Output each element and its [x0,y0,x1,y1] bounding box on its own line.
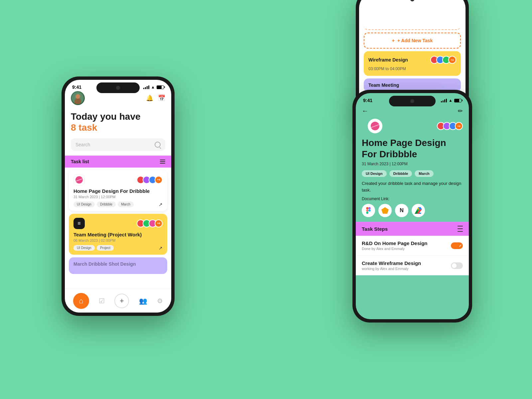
battery-icon [157,85,164,89]
nav-team[interactable]: 👥 [139,297,147,305]
figma-icon[interactable] [362,204,375,217]
task1-arrow-icon: ↗ [159,202,163,207]
steps-header: Task Steps [356,222,469,236]
app-header: 🔔 📅 [65,91,171,108]
status-icons-1: ▲ [143,85,164,89]
tag-ui-design: UI Design [73,201,95,207]
task2-title: Team Meeting (Project Work) [73,232,163,237]
bottom-nav: ⌂ ☑ + 👥 ⚙ [65,289,171,313]
add-task-label: + Add New Task [397,38,433,43]
task-card-3[interactable]: March Dribbble Shot Design [69,257,167,274]
page-title-area: Today you have 8 task [65,108,171,138]
sketch-icon[interactable] [378,204,392,217]
p3-tag-march: March [415,170,433,177]
battery-fill [157,86,162,89]
p3-doc-icons: N [356,204,469,222]
steps-hamburger-3 [458,231,463,232]
svg-marker-6 [381,207,389,214]
svg-rect-0 [366,207,368,209]
step-1-text: R&D On Home Page Design Done by Alex and… [362,240,428,251]
team-meeting-title: Team Meeting [368,82,456,88]
step-1[interactable]: R&D On Home Page Design Done by Alex and… [356,236,469,256]
notch-camera-3 [410,99,414,103]
step-2[interactable]: Create Wireframe Design working by Alex … [356,256,469,275]
task1-title: Home Page Design For Dribbble [73,188,163,194]
nav-settings[interactable]: ⚙ [157,297,163,305]
menu-icon[interactable] [160,160,165,164]
notch-camera-1 [116,86,120,90]
task-card-1[interactable]: +4 Home Page Design For Dribbble 31 Marc… [69,170,167,211]
p3-doc-label: Document Link: [356,197,469,204]
step-2-subtitle: working by Alex and Emmaly [362,267,421,271]
hamburger-line-1 [160,160,165,160]
task-wireframe-card[interactable]: Wireframe Design +4 03:00PM to 04:00PM [364,51,461,76]
task1-avatar-stack: +4 [139,176,163,184]
signal-icon-3 [441,99,447,102]
bell-icon[interactable]: 🔔 [146,94,153,102]
tag2-ui: UI Design [73,245,95,251]
phone-frame-3: 9:41 ▲ ← ✏ [352,90,472,323]
p3-description: Created your dribbble task and manage yo… [356,180,469,197]
phone-screen-1: 9:41 ▲ [65,80,171,313]
task-row-top-2: ≡ +4 [73,218,163,229]
task-title: Wireframe Design [368,57,408,63]
p3-tags: UI Design Dribbble March [356,169,469,180]
steps-menu-icon[interactable] [458,226,463,232]
status-time-3: 9:41 [363,98,372,103]
p3-av-plus: +4 [455,122,463,130]
avatar-stack: +4 [432,56,456,64]
phone-screen-3: 9:41 ▲ ← ✏ [356,93,469,319]
step-1-title: R&D On Home Page Design [362,240,428,246]
step-2-toggle[interactable] [451,262,463,269]
dribbble-circle [75,176,83,184]
hamburger-line-3 [160,163,165,164]
notion-icon-label: ≡ [77,220,80,226]
task2-tags: UI Design Project ↗ [73,245,163,251]
nav-home[interactable]: ⌂ [73,293,89,309]
calendar-icon[interactable]: 📅 [158,94,165,102]
avatar-figure [74,98,81,104]
step-1-subtitle: Done by Alex and Emmaly [362,247,428,251]
gdrive-icon[interactable] [412,204,425,217]
search-bar[interactable]: Search [71,138,165,151]
p3-tag-dribbble: Dribbble [389,170,412,177]
avatar-inner [72,92,84,104]
steps-hamburger-2 [458,228,463,229]
task2-date: 06 March 2023 | 02:00PM [73,238,163,242]
nav-tasks[interactable]: ☑ [99,297,105,305]
tag-dribbble: Dribbble [97,201,116,207]
wifi-icon: ▲ [151,85,155,89]
avatar-plus: +4 [448,56,456,64]
signal-icon [143,85,149,89]
tasks-icon: ☑ [99,297,105,305]
battery-icon-3 [454,99,462,102]
av-plus: +4 [155,176,163,184]
add-new-task-button[interactable]: + + Add New Task [364,33,461,49]
avatar[interactable] [71,91,85,105]
status-time-1: 9:41 [72,84,81,90]
wifi-icon-3: ▲ [449,98,453,103]
plus-icon: + [392,38,395,43]
edit-button[interactable]: ✏ [458,107,463,115]
phone-notch-1 [96,82,140,93]
avatar-head [75,94,80,99]
search-icon [155,142,161,148]
svg-point-4 [368,207,371,209]
task-card-2[interactable]: ≡ +4 Team Meeting (Project Work) 06 Marc… [69,214,167,255]
wireframe-time: 03:00PM to 04:00PM [368,66,456,71]
p3-avatar-stack: +4 [439,122,463,130]
nav-add-button[interactable]: + [114,294,129,308]
back-button[interactable]: ← [362,107,368,115]
task2-arrow-icon: ↗ [159,245,163,251]
steps-hamburger-1 [458,226,463,226]
settings-icon: ⚙ [157,297,163,305]
status-icons-3: ▲ [441,98,462,103]
notion-icon[interactable]: N [395,204,408,217]
svg-rect-3 [368,209,371,212]
task3-partial-title: March Dribbble Shot Design [73,261,163,267]
step-1-toggle[interactable] [451,242,463,249]
task1-tags: UI Design Dribbble March ↗ [73,201,163,207]
notch-camera-2 [410,0,414,1]
notion-app-icon: ≡ [73,218,85,229]
step-1-row: R&D On Home Page Design Done by Alex and… [362,240,463,251]
